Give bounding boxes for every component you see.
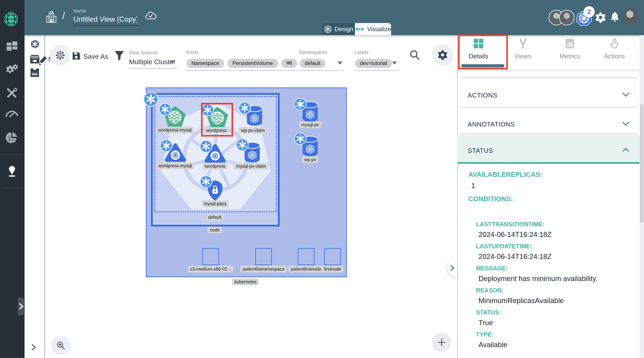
tab-views[interactable]: Views xyxy=(514,38,531,60)
tab-metrics[interactable]: Metrics xyxy=(560,38,580,60)
labels-filter-label: Labels xyxy=(354,50,369,55)
chevron-up-icon[interactable] xyxy=(622,147,630,153)
designs-swirl-icon[interactable] xyxy=(30,39,40,50)
active-tab-indicator xyxy=(461,64,504,67)
pvc-node-mysql-pv-claim[interactable] xyxy=(242,141,262,165)
pointer-hand-icon xyxy=(610,38,619,49)
service-node-wordpress-mysql[interactable] xyxy=(164,106,186,128)
tab-actions[interactable]: Actions xyxy=(604,38,625,60)
cluster-label: kubernetes xyxy=(232,278,259,285)
status-field-label: TYPE: xyxy=(476,331,494,338)
status-field-value: Deployment has minimum availability. xyxy=(478,275,598,283)
tab-actions-label: Actions xyxy=(604,53,625,60)
namespace-chip[interactable]: default xyxy=(300,59,326,68)
status-field-value: 2024-06-14T16:24:18Z xyxy=(478,253,552,261)
status-field-value: 1 xyxy=(471,182,475,190)
node-label: wordpress-mysql xyxy=(156,127,194,133)
chevron-down-icon[interactable] xyxy=(622,121,630,127)
shapes-cluster-icon xyxy=(55,50,65,60)
sidebar-item-dashboard[interactable] xyxy=(6,41,18,52)
namespaces-caret[interactable] xyxy=(338,62,342,65)
secret-node-mysql-pass[interactable] xyxy=(206,179,225,203)
infra-node-square[interactable] xyxy=(255,248,272,265)
status-field-label: CONDITIONS: xyxy=(468,195,513,203)
settings-icon[interactable] xyxy=(595,12,606,24)
view-selector-caret[interactable] xyxy=(170,60,175,63)
collaborator-avatar[interactable] xyxy=(559,10,574,25)
meshery-badge-icon xyxy=(236,138,249,152)
kind-chip[interactable]: PersistentVolume xyxy=(228,59,278,68)
labels-caret[interactable] xyxy=(392,62,397,65)
infra-node-square[interactable] xyxy=(324,248,341,265)
shapes-fab-button[interactable] xyxy=(50,45,71,66)
kind-chip[interactable]: Namespace xyxy=(186,59,224,68)
panel-expand-chevron[interactable] xyxy=(447,259,457,277)
meshery-badge-icon xyxy=(200,140,212,153)
sidebar-item-performance[interactable] xyxy=(6,109,18,118)
service-node-wordpress[interactable] xyxy=(206,107,229,129)
sidebar-expand-button[interactable] xyxy=(18,297,25,315)
view-selector-value[interactable]: Multiple Cluster xyxy=(129,58,176,66)
user-avatar[interactable] xyxy=(622,8,638,25)
notifications-bell-icon[interactable] xyxy=(610,11,620,23)
meshery-logo[interactable] xyxy=(4,11,18,28)
context-count-badge: 2 xyxy=(584,6,595,18)
section-actions-header[interactable]: ACTIONS xyxy=(468,92,498,99)
wasm-filter-icon[interactable]: WA xyxy=(30,68,40,78)
kinds-filter-chips[interactable]: Namespace PersistentVolume +4 xyxy=(186,59,300,68)
section-status-header[interactable]: STATUS xyxy=(468,147,493,154)
workload-node-wordpress-mysql[interactable] xyxy=(164,143,186,163)
status-field-label: REASON: xyxy=(476,287,504,294)
sidebar-divider xyxy=(2,188,22,188)
tab-details[interactable]: Details xyxy=(469,38,488,60)
namespaces-filter-chips[interactable]: default xyxy=(300,59,328,68)
infra-node-label: firstnode xyxy=(322,266,343,273)
save-as-button[interactable]: Save As xyxy=(84,53,108,60)
infra-node-square[interactable] xyxy=(298,248,314,265)
label-chip[interactable]: dev=tutorial xyxy=(355,59,392,68)
view-name-input[interactable] xyxy=(73,15,138,24)
sidebar-item-lifecycle[interactable] xyxy=(6,64,18,76)
breadcrumb-slash: / xyxy=(62,10,65,22)
dock-divider-line xyxy=(44,35,45,358)
search-icon[interactable] xyxy=(409,49,420,62)
workload-node-wordpress[interactable] xyxy=(204,143,226,164)
name-field-label: Name xyxy=(74,8,86,14)
add-fab[interactable] xyxy=(432,333,451,352)
status-accent-bar xyxy=(458,162,640,164)
namespaces-filter-label: Namespaces xyxy=(299,50,327,55)
sidebar-item-extensions[interactable] xyxy=(6,132,18,144)
canvas-settings-fab[interactable] xyxy=(432,44,454,66)
node-label: wp-pv xyxy=(302,156,318,163)
chevron-down-icon[interactable] xyxy=(622,92,630,98)
kinds-caret[interactable] xyxy=(286,62,291,65)
status-field-label: STATUS: xyxy=(476,309,501,316)
cloud-saved-icon xyxy=(145,11,156,21)
tab-metrics-label: Metrics xyxy=(560,53,580,60)
tab-visualize[interactable]: Visualize xyxy=(355,23,391,35)
labels-filter-chips[interactable]: dev=tutorial xyxy=(355,59,394,68)
tab-details-label: Details xyxy=(469,53,488,60)
tabs-shadow xyxy=(458,70,640,72)
save-icon xyxy=(72,51,81,61)
sidebar-item-kanvas-snapshot[interactable] xyxy=(6,165,18,179)
sidebar-item-configuration[interactable] xyxy=(6,87,18,100)
pv-node-wp-pv[interactable] xyxy=(300,135,320,159)
node-label: mysql-pv-claim xyxy=(234,163,268,170)
meshery-badge-icon xyxy=(294,98,307,111)
plus-icon xyxy=(438,338,446,346)
pvc-node-wp-pv-claim[interactable] xyxy=(245,104,264,129)
zoom-in-fab[interactable] xyxy=(51,336,70,355)
sidebar-divider xyxy=(2,154,22,155)
dock-collapse-chevron[interactable] xyxy=(31,344,36,352)
edit-pencil-icon[interactable] xyxy=(38,56,49,67)
filter-funnel-icon[interactable] xyxy=(114,51,124,62)
section-annotations-header[interactable]: ANNOTATIONS xyxy=(468,121,515,128)
scrollbar-thumb[interactable] xyxy=(640,104,644,222)
organization-icon[interactable] xyxy=(46,11,57,24)
meshery-badge-icon xyxy=(159,103,172,116)
tab-design[interactable]: Design xyxy=(322,23,355,35)
infra-node-square[interactable] xyxy=(202,248,219,265)
section-divider xyxy=(460,77,637,79)
infra-node-label: patientfirstnode xyxy=(288,266,324,273)
